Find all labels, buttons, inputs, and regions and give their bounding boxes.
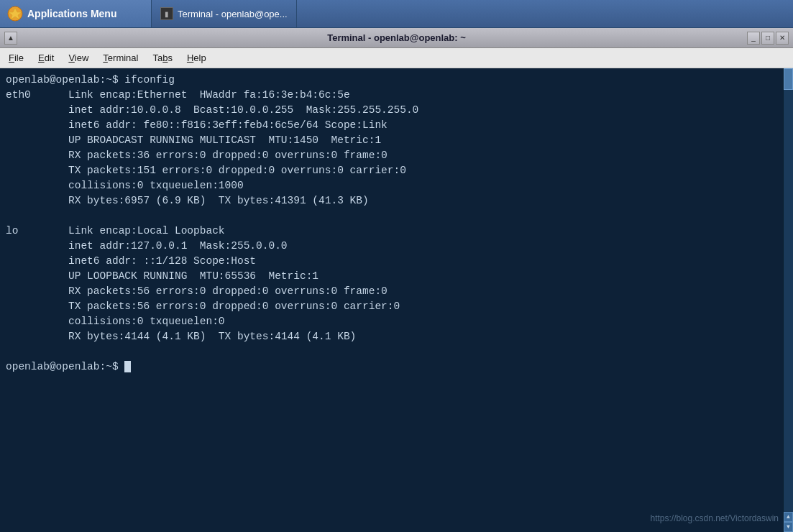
menu-view[interactable]: View [63,51,94,65]
terminal-cursor [124,361,131,372]
menu-tabs[interactable]: Tabs [147,51,178,65]
menu-help[interactable]: Help [181,51,212,65]
scrollbar-down-button[interactable]: ▼ [784,522,793,532]
close-button[interactable]: ✕ [776,32,789,45]
taskbar: Applications Menu ▮ Terminal - openlab@o… [0,0,793,28]
app-menu-label: Applications Menu [27,8,116,19]
window-title: Terminal - openlab@openlab: ~ [327,32,466,43]
maximize-button[interactable]: □ [761,32,774,45]
menubar: File Edit View Terminal Tabs Help [0,48,793,68]
terminal-tab-icon: ▮ [160,7,173,20]
up-arrow-button[interactable]: ▲ [4,32,17,45]
menu-terminal[interactable]: Terminal [97,51,144,65]
window-titlebar: ▲ Terminal - openlab@openlab: ~ _ □ ✕ [0,28,793,48]
menu-edit[interactable]: Edit [32,51,60,65]
terminal-content[interactable]: openlab@openlab:~$ ifconfig eth0 Link en… [0,68,793,532]
app-menu-button[interactable]: Applications Menu [0,0,152,27]
scrollbar-thumb[interactable] [784,68,793,90]
terminal-tab-label: Terminal - openlab@ope... [178,9,288,19]
scrollbar[interactable]: ▲ ▼ [783,68,793,532]
scrollbar-up-button[interactable]: ▲ [784,512,793,522]
menu-file[interactable]: File [3,51,29,65]
window-up-controls: ▲ [4,32,17,45]
watermark: https://blog.csdn.net/Victordaswin [650,513,779,525]
minimize-button[interactable]: _ [747,32,760,45]
terminal-output: openlab@openlab:~$ ifconfig eth0 Link en… [6,73,787,375]
window-controls: _ □ ✕ [747,32,789,45]
terminal-tab[interactable]: ▮ Terminal - openlab@ope... [152,0,297,27]
app-menu-icon [7,6,23,22]
